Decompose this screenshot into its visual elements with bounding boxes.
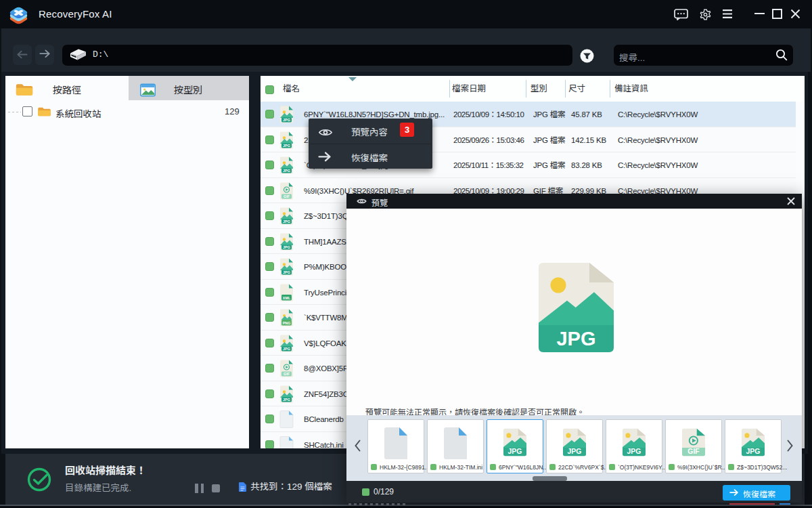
svg-text:JPG: JPG bbox=[283, 219, 290, 224]
svg-text:GIF: GIF bbox=[687, 448, 699, 455]
svg-text:JPG: JPG bbox=[283, 144, 290, 148]
svg-text:JPG: JPG bbox=[568, 448, 582, 455]
svg-text:JPG: JPG bbox=[556, 328, 595, 350]
svg-text:JPG: JPG bbox=[283, 118, 290, 122]
svg-text:JPG: JPG bbox=[627, 448, 641, 455]
svg-text:XML: XML bbox=[283, 295, 291, 299]
svg-text:JPG: JPG bbox=[283, 169, 290, 173]
svg-text:JPG: JPG bbox=[746, 448, 761, 455]
svg-text:GIF: GIF bbox=[284, 372, 290, 376]
svg-text:JPG: JPG bbox=[508, 448, 522, 455]
svg-text:JPG: JPG bbox=[283, 270, 290, 274]
svg-text:JPG: JPG bbox=[283, 245, 290, 249]
svg-text:GIF: GIF bbox=[284, 194, 290, 198]
svg-text:PNG: PNG bbox=[283, 321, 291, 325]
svg-text:JPG: JPG bbox=[283, 347, 290, 351]
svg-text:JPG: JPG bbox=[283, 398, 290, 402]
